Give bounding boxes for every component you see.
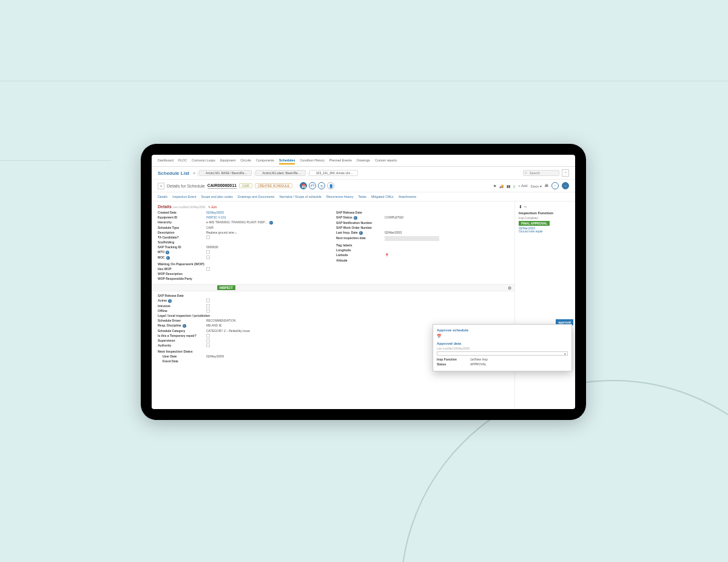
calendar-icon[interactable]: 📅 bbox=[300, 182, 307, 189]
ta-candidate-label: TA Candidate? bbox=[158, 235, 206, 239]
info-icon[interactable]: i bbox=[354, 216, 357, 220]
nav-circuits[interactable]: Circuits bbox=[240, 158, 251, 164]
details-subheading: Last modified 02/May/2006 bbox=[172, 206, 205, 209]
description-label: Description bbox=[158, 231, 206, 234]
altitude-label: Altitude bbox=[336, 259, 385, 262]
gear-icon[interactable]: ⚙ bbox=[508, 286, 511, 291]
add-button[interactable]: + bbox=[158, 183, 164, 189]
has-wop-checkbox[interactable] bbox=[206, 267, 210, 271]
nav-components[interactable]: Components bbox=[256, 158, 274, 164]
breadcrumb-2[interactable]: ArcticLNG-plant: Basin/Re… bbox=[255, 170, 305, 176]
approve-popup: Approve schedule 📅 Approval data Last mo… bbox=[433, 324, 572, 371]
add-dropdown[interactable]: + Add bbox=[518, 184, 528, 188]
sap-status-label: SAP Statusi bbox=[336, 215, 385, 220]
info-icon[interactable]: i bbox=[166, 256, 170, 260]
nav-dashboard[interactable]: Dashboard bbox=[158, 158, 174, 164]
insp-func-value: 1st/New Insp bbox=[470, 357, 488, 361]
nav-schedules[interactable]: Schedules bbox=[279, 158, 295, 164]
filter-icon[interactable]: ⎃ bbox=[524, 205, 527, 209]
created-date-value[interactable]: 02/May/2005 bbox=[206, 211, 224, 214]
collapse-button[interactable]: ⌃ bbox=[562, 169, 569, 177]
temp-repair-checkbox[interactable] bbox=[206, 334, 210, 337]
tab-mitigated-cmls[interactable]: Mitigated CMLs bbox=[371, 195, 394, 198]
prev-arrow-icon[interactable]: ← bbox=[551, 182, 559, 189]
flag-icon[interactable]: ⚑ bbox=[493, 184, 496, 188]
nav-drawings[interactable]: Drawings bbox=[357, 158, 370, 164]
nav-planned-events[interactable]: Planned Events bbox=[329, 158, 352, 164]
right-column: SAP Release Date SAP StatusiCOMPLETED SA… bbox=[336, 211, 508, 282]
pencil-icon[interactable]: ✎ bbox=[208, 205, 211, 209]
tab-tasks[interactable]: Tasks bbox=[358, 195, 366, 198]
tag-icon[interactable]: 🏷 bbox=[309, 182, 316, 189]
equipment-id-value[interactable]: INSP3C V-101 bbox=[206, 215, 226, 219]
nav-custom-reports[interactable]: Custom reports bbox=[375, 158, 397, 164]
tab-recurrence[interactable]: Recurrence history bbox=[326, 195, 353, 198]
schedule-header-row: + Details for Schedule CAIR00060011 CAIR… bbox=[152, 180, 575, 192]
refresh-icon[interactable]: ↻ bbox=[318, 182, 325, 189]
status-value: APPROVAL bbox=[470, 362, 487, 366]
search-icon[interactable]: ⌕ bbox=[235, 231, 237, 234]
barcode-icon[interactable]: ▮▮ bbox=[507, 184, 510, 188]
info-icon[interactable]: i bbox=[166, 251, 169, 254]
temp-repair-label: Is this a Temporary repair? bbox=[158, 334, 206, 337]
ta-candidate-checkbox[interactable] bbox=[206, 235, 210, 239]
info-icon[interactable]: i bbox=[168, 299, 172, 303]
next-insp-dates-heading: Next Inspection Dates bbox=[158, 350, 330, 353]
breadcrumb-3[interactable]: 103_141_300: Amine Uni… bbox=[309, 170, 358, 176]
tab-inspection-event[interactable]: Inspection Event bbox=[172, 195, 196, 198]
action-icons: 📅 🏷 ↻ 👤 bbox=[300, 182, 334, 189]
details-for-label: Details for Schedule bbox=[167, 184, 205, 188]
resp-disc-value: ME AND IE bbox=[206, 323, 221, 327]
print-icon[interactable]: 🖶 bbox=[545, 184, 548, 188]
longitude-label: Longitude bbox=[336, 248, 385, 252]
final-approval-badge: FINAL APPROVAL bbox=[519, 221, 550, 226]
app-screen: Dashboard FLOC Corrosion Loops Equipment… bbox=[152, 155, 575, 409]
tab-drawings-documents[interactable]: Drawings and Documents bbox=[238, 195, 275, 198]
insp-func-label: Insp Function bbox=[437, 357, 470, 361]
schedule-id: CAIR00060011 bbox=[207, 183, 237, 189]
intrusive-checkbox[interactable] bbox=[206, 304, 210, 308]
calendar-icon[interactable]: 📅 bbox=[437, 334, 441, 338]
tab-narrative[interactable]: Narrative / Scope of schedule bbox=[279, 195, 322, 198]
side-desc-link[interactable]: Ground wire repair bbox=[519, 230, 571, 233]
info-icon[interactable]: i bbox=[269, 221, 273, 225]
active-checkbox[interactable] bbox=[206, 299, 210, 302]
schedule-type-value: CAIR bbox=[206, 226, 214, 229]
breadcrumb-1[interactable]: ArcticLNG: BASE / Basin/Re… bbox=[199, 170, 252, 176]
inspect-badge[interactable]: INSPECT bbox=[217, 285, 235, 290]
tag-cair: CAIR bbox=[239, 183, 252, 188]
approval-select[interactable] bbox=[437, 351, 568, 356]
nav-corrosion-loops[interactable]: Corrosion Loops bbox=[192, 158, 215, 164]
moc-checkbox[interactable] bbox=[206, 256, 210, 259]
info-icon[interactable]: i bbox=[359, 231, 363, 235]
offline-checkbox[interactable] bbox=[206, 309, 210, 313]
nav-condition-history[interactable]: Condition History bbox=[300, 158, 324, 164]
docs-dropdown[interactable]: Docs ▾ bbox=[531, 184, 542, 188]
tab-scope-plan[interactable]: Scope and plan codes bbox=[201, 195, 232, 198]
latitude-label: Latitude bbox=[336, 253, 385, 257]
next-insp-input[interactable] bbox=[385, 236, 439, 241]
next-arrow-icon[interactable]: → bbox=[562, 182, 569, 189]
status-label: Status bbox=[437, 362, 470, 366]
edit-button[interactable]: Edit bbox=[211, 205, 217, 209]
mto-checkbox[interactable] bbox=[206, 250, 210, 254]
supervision-label: Supervision bbox=[158, 339, 206, 342]
supervision-checkbox[interactable] bbox=[206, 339, 210, 342]
authority-checkbox[interactable] bbox=[206, 344, 210, 347]
truck-icon[interactable]: 🚚 bbox=[499, 184, 504, 188]
hierarchy-value: e-IMS TRAINING: TRAINING PLANT: INSP…i bbox=[206, 220, 273, 225]
search-input[interactable]: Search bbox=[523, 170, 559, 176]
download-icon[interactable]: ⬇ bbox=[519, 205, 522, 209]
user-icon[interactable]: 👤 bbox=[327, 182, 334, 189]
pin-icon[interactable]: 📍 bbox=[385, 253, 389, 257]
legal-label: Legal / local inspection / jurisdiction bbox=[158, 314, 231, 317]
nav-floc[interactable]: FLOC bbox=[178, 158, 187, 164]
next-insp-label: Next inspection date bbox=[336, 236, 385, 240]
has-wop-label: Has WOP bbox=[158, 267, 206, 271]
tab-details[interactable]: Details bbox=[158, 195, 167, 198]
doc-icon[interactable]: ▯ bbox=[513, 184, 515, 188]
equipment-id-label: Equipment ID bbox=[158, 215, 206, 219]
info-icon[interactable]: i bbox=[183, 324, 186, 328]
nav-equipment[interactable]: Equipment bbox=[220, 158, 235, 164]
tab-attachments[interactable]: Attachments bbox=[399, 195, 416, 198]
